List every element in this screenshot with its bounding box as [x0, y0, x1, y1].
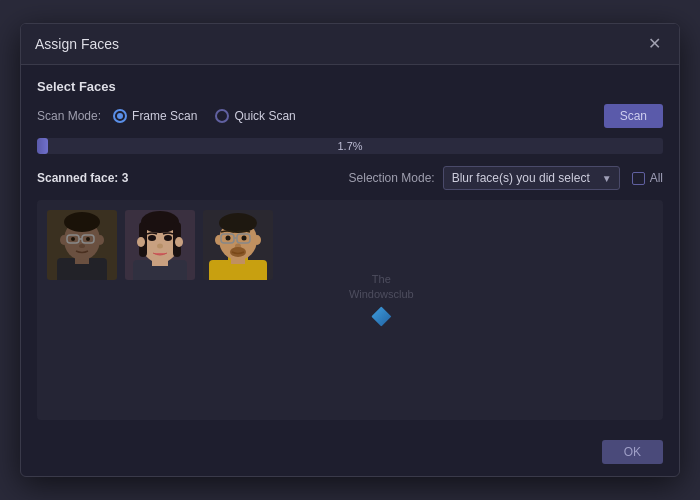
progress-bar-fill [37, 138, 48, 154]
assign-faces-dialog: Assign Faces ✕ Select Faces Scan Mode: F… [20, 23, 680, 477]
scan-button[interactable]: Scan [604, 104, 663, 128]
svg-point-11 [86, 237, 90, 241]
svg-point-24 [157, 244, 163, 249]
svg-point-4 [64, 212, 100, 232]
svg-point-31 [215, 235, 223, 245]
frame-scan-option[interactable]: Frame Scan [113, 109, 197, 123]
scan-mode-row: Scan Mode: Frame Scan Quick Scan Scan [37, 104, 663, 128]
frame-scan-label: Frame Scan [132, 109, 197, 123]
svg-point-36 [226, 236, 231, 241]
frame-scan-radio[interactable] [113, 109, 127, 123]
quick-scan-label: Quick Scan [234, 109, 295, 123]
watermark: The Windowsclub [349, 272, 414, 327]
svg-point-12 [79, 244, 85, 248]
svg-point-30 [219, 213, 257, 233]
svg-point-22 [148, 235, 156, 241]
ok-button[interactable]: OK [602, 440, 663, 464]
face-area-header: Scanned face: 3 Selection Mode: Blur fac… [37, 166, 663, 190]
face-thumb-2[interactable] [125, 210, 195, 280]
close-button[interactable]: ✕ [644, 34, 665, 54]
watermark-text1: The [372, 273, 391, 285]
dialog-title: Assign Faces [35, 36, 119, 52]
watermark-diamond-icon [371, 306, 391, 326]
all-checkbox-row[interactable]: All [632, 171, 663, 185]
svg-point-20 [137, 237, 145, 247]
svg-point-32 [253, 235, 261, 245]
progress-bar-container: 1.7% [37, 138, 663, 154]
svg-point-23 [164, 235, 172, 241]
section-label: Select Faces [37, 79, 663, 94]
svg-point-37 [242, 236, 247, 241]
progress-text: 1.7% [337, 140, 362, 152]
svg-point-21 [175, 237, 183, 247]
all-checkbox[interactable] [632, 172, 645, 185]
svg-point-6 [96, 235, 104, 245]
scanned-count: Scanned face: 3 [37, 171, 128, 185]
titlebar: Assign Faces ✕ [21, 24, 679, 65]
frame-scan-radio-inner [117, 113, 123, 119]
dialog-body: Select Faces Scan Mode: Frame Scan Quick… [21, 65, 679, 432]
faces-panel: The Windowsclub [37, 200, 663, 420]
selection-mode-dropdown-wrapper[interactable]: Blur face(s) you did select Blur all fac… [443, 166, 620, 190]
watermark-text2: Windowsclub [349, 288, 414, 300]
dialog-footer: OK [21, 432, 679, 476]
scan-mode-label: Scan Mode: [37, 109, 101, 123]
selection-mode-dropdown[interactable]: Blur face(s) you did select Blur all fac… [443, 166, 620, 190]
face-thumb-1[interactable] [47, 210, 117, 280]
quick-scan-option[interactable]: Quick Scan [215, 109, 295, 123]
svg-point-10 [71, 237, 75, 241]
quick-scan-radio[interactable] [215, 109, 229, 123]
selection-mode-label: Selection Mode: [349, 171, 435, 185]
all-label: All [650, 171, 663, 185]
face-thumb-3[interactable] [203, 210, 273, 280]
